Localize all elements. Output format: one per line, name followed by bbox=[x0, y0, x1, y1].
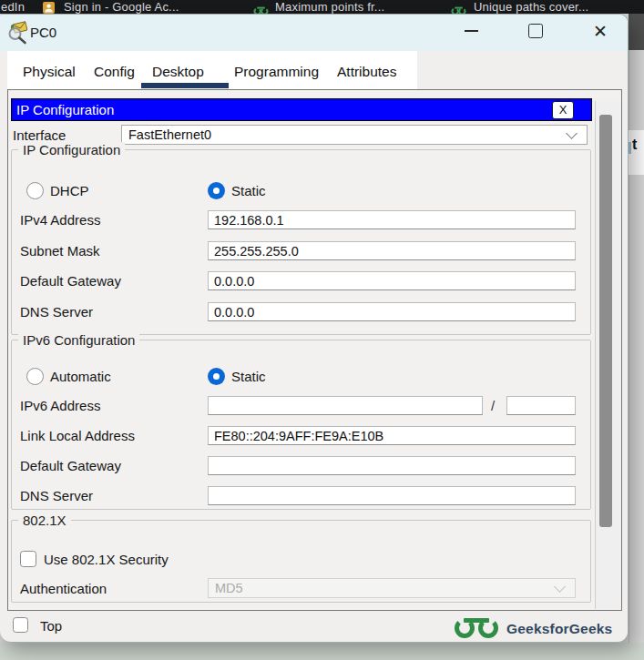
close-button[interactable]: ✕ bbox=[585, 19, 616, 43]
ipv6-prefix-input[interactable] bbox=[506, 396, 576, 415]
packet-tracer-app-icon bbox=[6, 21, 29, 48]
background-text-fragment: t bbox=[632, 137, 637, 153]
ipv4-static-radio[interactable] bbox=[208, 182, 225, 199]
minimize-button[interactable] bbox=[455, 19, 486, 43]
ipv4-static-radio-label[interactable]: Static bbox=[231, 183, 266, 198]
screenshot-root: t edIn Sign in - Google Ac... Maximum po… bbox=[0, 0, 644, 660]
interface-select-value: FastEthernet0 bbox=[122, 127, 567, 142]
dialog-close-button[interactable]: X bbox=[552, 101, 574, 119]
ipv6-configuration-legend: IPv6 Configuration bbox=[18, 332, 139, 348]
background-strip-dark bbox=[629, 14, 644, 50]
ipv6-automatic-radio[interactable] bbox=[26, 368, 44, 385]
tab-attributes[interactable]: Attributes bbox=[337, 62, 396, 82]
chevron-down-icon bbox=[566, 127, 578, 139]
ipv4-address-input[interactable] bbox=[208, 210, 576, 229]
ipv6-address-label: IPv6 Address bbox=[20, 398, 100, 413]
close-icon: ✕ bbox=[593, 23, 608, 40]
ipv6-configuration-group bbox=[11, 340, 591, 510]
ipv6-default-gateway-label: Default Gateway bbox=[20, 458, 121, 473]
tab-config[interactable]: Config bbox=[94, 62, 135, 82]
geeksforgeeks-logo-icon bbox=[453, 614, 500, 643]
browser-tab-google-signin[interactable]: Sign in - Google Ac... bbox=[64, 0, 179, 14]
geeksforgeeks-favicon bbox=[451, 3, 466, 15]
vertical-scrollbar-thumb[interactable] bbox=[599, 115, 612, 527]
ipv6-dns-server-label: DNS Server bbox=[20, 488, 93, 503]
window-title: PC0 bbox=[30, 25, 56, 40]
ipv4-default-gateway-input[interactable] bbox=[208, 271, 576, 290]
dot1x-legend: 802.1X bbox=[18, 513, 71, 528]
ipv6-dns-server-input[interactable] bbox=[208, 486, 576, 505]
top-checkbox-label[interactable]: Top bbox=[40, 618, 62, 634]
ip-configuration-legend: IP Configuration bbox=[18, 142, 125, 157]
ipv6-default-gateway-input[interactable] bbox=[208, 456, 576, 475]
maximize-button[interactable] bbox=[520, 19, 551, 43]
tab-physical[interactable]: Physical bbox=[23, 62, 76, 82]
ipv6-static-radio-label[interactable]: Static bbox=[231, 369, 266, 384]
geeksforgeeks-favicon bbox=[253, 3, 269, 15]
ipv6-static-radio[interactable] bbox=[208, 368, 225, 385]
ipv6-automatic-radio-label[interactable]: Automatic bbox=[50, 369, 111, 384]
dhcp-radio[interactable] bbox=[26, 182, 44, 199]
authentication-select: MD5 bbox=[208, 578, 576, 598]
minimize-icon bbox=[465, 30, 478, 32]
dialog-title: IP Configuration bbox=[12, 102, 114, 117]
geeksforgeeks-wordmark: GeeksforGeeks bbox=[506, 621, 612, 637]
ipv6-prefix-separator: / bbox=[491, 398, 495, 413]
interface-label: Interface bbox=[13, 127, 66, 143]
use-dot1x-security-checkbox[interactable] bbox=[20, 551, 36, 567]
chevron-down-icon bbox=[554, 581, 566, 593]
authentication-label: Authentication bbox=[20, 581, 107, 596]
google-avatar-favicon bbox=[43, 1, 55, 14]
window-titlebar[interactable]: PC0 ✕ bbox=[0, 15, 628, 51]
link-local-address-input[interactable] bbox=[208, 426, 576, 445]
desktop-background-strip bbox=[0, 643, 644, 660]
ipv4-dns-server-label: DNS Server bbox=[20, 304, 93, 320]
link-local-address-label: Link Local Address bbox=[20, 428, 135, 443]
subnet-mask-input[interactable] bbox=[208, 241, 576, 260]
tab-programming[interactable]: Programming bbox=[234, 62, 319, 82]
ipv6-address-input[interactable] bbox=[208, 396, 483, 415]
interface-select[interactable]: FastEthernet0 bbox=[121, 125, 588, 145]
ip-configuration-dialog-header[interactable]: IP Configuration bbox=[11, 98, 592, 121]
tab-desktop[interactable]: Desktop bbox=[152, 62, 204, 82]
maximize-icon bbox=[528, 24, 543, 38]
use-dot1x-security-label[interactable]: Use 802.1X Security bbox=[44, 552, 169, 567]
browser-tab-strip: edIn Sign in - Google Ac... Maximum poin… bbox=[0, 0, 644, 14]
browser-tab-maximum-points[interactable]: Maximum points fr... bbox=[275, 0, 384, 14]
ipv4-dns-server-input[interactable] bbox=[208, 302, 576, 321]
dhcp-radio-label[interactable]: DHCP bbox=[50, 183, 89, 198]
background-blue-tick bbox=[629, 142, 631, 154]
ipv4-default-gateway-label: Default Gateway bbox=[20, 273, 121, 289]
authentication-select-value: MD5 bbox=[209, 581, 556, 595]
active-tab-underline bbox=[141, 83, 229, 88]
top-checkbox[interactable] bbox=[13, 617, 28, 633]
pc0-window: PC0 ✕ Physical Config Desktop Programmin… bbox=[0, 14, 629, 643]
subnet-mask-label: Subnet Mask bbox=[20, 243, 100, 259]
browser-tab-linkedin[interactable]: edIn bbox=[1, 0, 25, 14]
ipv4-address-label: IPv4 Address bbox=[20, 212, 100, 228]
browser-tab-unique-paths[interactable]: Unique paths cover... bbox=[474, 0, 588, 14]
